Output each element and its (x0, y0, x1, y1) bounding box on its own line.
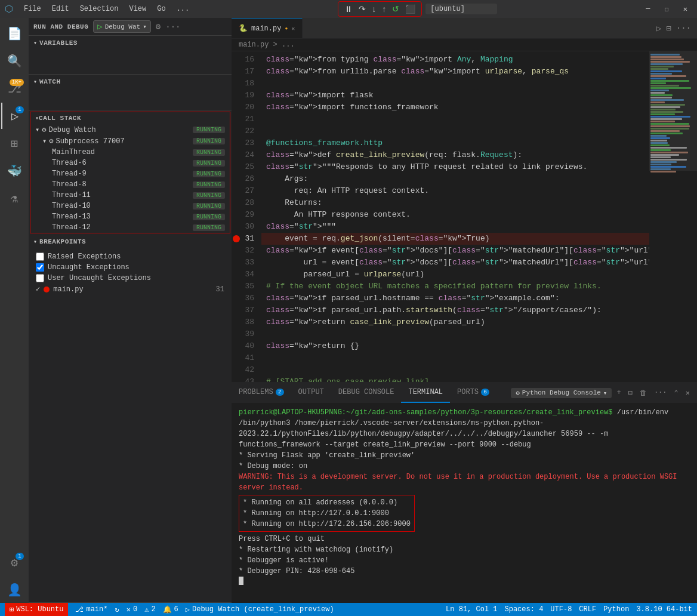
code-line[interactable]: class="kw">return case_link_preview(pars… (261, 316, 649, 328)
code-line[interactable]: @functions_framework.http (261, 137, 649, 149)
code-line[interactable] (261, 364, 649, 376)
call-stack-thread[interactable]: Thread-8RUNNING (30, 179, 230, 190)
call-stack-thread[interactable]: Thread-12RUNNING (30, 222, 230, 233)
status-python-version[interactable]: 3.8.10 64-bit (636, 605, 692, 614)
debug-stepinto-button[interactable]: ↓ (369, 3, 378, 15)
code-line[interactable]: url = event[class="str">"docs"][class="s… (261, 257, 649, 269)
variables-header[interactable]: ▾ VARIABLES (29, 36, 232, 50)
status-language[interactable]: Python (603, 605, 629, 614)
code-line[interactable]: req: An HTTP request context. (261, 185, 649, 197)
call-stack-thread[interactable]: MainThreadRUNNING (30, 147, 230, 158)
close-button[interactable]: ✕ (679, 4, 692, 15)
call-stack-thread[interactable]: Thread-11RUNNING (30, 190, 230, 201)
call-stack-subgroup-header[interactable]: ▾ ⚙ Subprocess 77007 RUNNING (30, 135, 230, 147)
code-line[interactable]: event = req.get_json(silent=class="kw">T… (261, 233, 649, 245)
code-line[interactable]: class="kw">return {} (261, 340, 649, 352)
activity-account[interactable]: 👤 (1, 577, 27, 603)
maximize-button[interactable]: ☐ (660, 4, 674, 15)
debug-settings-icon[interactable]: ⚙ (156, 21, 161, 32)
debug-stop-button[interactable]: ⬛ (403, 3, 418, 15)
code-line[interactable]: class="kw">if parsed_url.path.startswith… (261, 304, 649, 316)
breakpoint-item[interactable]: Raised Exceptions (29, 251, 232, 262)
call-stack-header[interactable]: ▾ CALL STACK (30, 112, 230, 124)
panel-tab-output[interactable]: OUTPUT (291, 383, 331, 403)
activity-debug[interactable]: ▷ 1 (1, 103, 27, 129)
code-editor[interactable]: 1617181920212223242526272829303132333435… (232, 51, 697, 382)
tab-close-button[interactable]: ✕ (291, 25, 295, 32)
debug-session-label[interactable]: [ubuntu] (425, 4, 497, 14)
code-line[interactable]: class="kw">if parsed_url.hostname == cla… (261, 292, 649, 304)
code-line[interactable] (261, 113, 649, 125)
breakpoint-checkbox[interactable] (36, 274, 44, 282)
code-line[interactable]: # If the event object URL matches a spec… (261, 281, 649, 292)
activity-explorer[interactable]: 📄 (1, 20, 27, 47)
more-actions-button[interactable]: ··· (675, 22, 692, 34)
code-line[interactable]: class="kw">from urllib.parse class="kw">… (261, 66, 649, 78)
panel-tab-terminal[interactable]: TERMINAL (401, 383, 450, 403)
breakpoint-item[interactable]: ✓main.py31 (29, 284, 232, 295)
watch-header[interactable]: ▾ WATCH (29, 75, 232, 89)
call-stack-thread[interactable]: Thread-10RUNNING (30, 201, 230, 211)
activity-docker[interactable]: 🐳 (1, 158, 27, 184)
terminal-trash-button[interactable]: 🗑 (637, 387, 649, 399)
split-editor-button[interactable]: ⊟ (665, 22, 672, 35)
call-stack-group-header[interactable]: ▾ ⚙ Debug Watch RUNNING (30, 124, 230, 135)
menu-edit[interactable]: Edit (47, 4, 74, 14)
code-content[interactable]: class="kw">from typing class="kw">import… (261, 51, 649, 382)
status-cursor-position[interactable]: Ln 81, Col 1 (446, 605, 497, 614)
status-notifications[interactable]: 🔔 6 (163, 605, 178, 614)
menu-view[interactable]: View (124, 4, 151, 14)
terminal-layout-button[interactable]: ⊟ (626, 387, 635, 399)
add-terminal-button[interactable]: + (614, 387, 623, 398)
menu-file[interactable]: File (19, 4, 46, 14)
breakpoints-header[interactable]: ▾ BREAKPOINTS (29, 235, 232, 249)
panel-tab-debug-console[interactable]: DEBUG CONSOLE (331, 383, 402, 403)
debug-config-selector[interactable]: ▷ Debug Wat ▾ (93, 20, 150, 33)
breakpoint-item[interactable]: User Uncaught Exceptions (29, 273, 232, 284)
code-line[interactable]: class="kw">import functions_framework (261, 101, 649, 113)
status-errors[interactable]: ✕ 0 (127, 605, 137, 614)
code-line[interactable]: Args: (261, 173, 649, 185)
activity-search[interactable]: 🔍 (1, 48, 27, 74)
menu-more[interactable]: ... (172, 4, 195, 14)
code-line[interactable] (261, 78, 649, 90)
menu-selection[interactable]: Selection (75, 4, 124, 14)
status-sync[interactable]: ↻ (115, 605, 119, 614)
call-stack-thread[interactable]: Thread-13RUNNING (30, 211, 230, 222)
activity-extensions[interactable]: ⊞ (1, 130, 27, 156)
code-line[interactable]: class="kw">from typing class="kw">import… (261, 54, 649, 66)
code-line[interactable]: class="str">"""Responds to any HTTP requ… (261, 161, 649, 173)
debug-stepout-button[interactable]: ↑ (380, 3, 388, 15)
status-indentation[interactable]: Spaces: 4 (505, 605, 544, 614)
panel-tab-problems[interactable]: PROBLEMS 2 (232, 383, 291, 403)
status-remote[interactable]: ⊞ WSL: Ubuntu (5, 603, 68, 616)
breakpoint-checkbox[interactable] (36, 263, 44, 272)
call-stack-thread[interactable]: Thread-9RUNNING (30, 168, 230, 179)
tab-main-py[interactable]: 🐍 main.py ● ✕ (232, 18, 303, 38)
terminal-more-button[interactable]: ··· (652, 387, 670, 398)
code-line[interactable]: # [START add_ons_case_preview_link] (261, 376, 649, 382)
panel-maximize-button[interactable]: ⌃ (672, 387, 681, 399)
breakpoint-checkbox[interactable] (36, 252, 44, 261)
debug-pause-button[interactable]: ⏸ (342, 3, 355, 15)
code-line[interactable]: An HTTP response context. (261, 209, 649, 221)
status-warnings[interactable]: ⚠ 2 (144, 605, 155, 614)
activity-settings[interactable]: ⚙ 1 (1, 549, 27, 575)
call-stack-thread[interactable]: Thread-6RUNNING (30, 158, 230, 168)
status-encoding[interactable]: UTF-8 (550, 605, 572, 614)
activity-source-control[interactable]: ⎇ 1K+ (1, 75, 27, 101)
minimize-button[interactable]: ─ (641, 4, 655, 14)
code-line[interactable]: class="kw">import flask (261, 90, 649, 101)
status-eol[interactable]: CRLF (579, 605, 596, 614)
code-line[interactable]: parsed_url = urlparse(url) (261, 269, 649, 281)
debug-more-icon[interactable]: ··· (165, 22, 180, 32)
debug-stepover-button[interactable]: ↷ (356, 3, 368, 15)
status-debug-session[interactable]: ▷ Debug Watch (create_link_preview) (186, 605, 334, 614)
code-line[interactable] (261, 352, 649, 364)
code-line[interactable]: class="kw">def create_link_preview(req: … (261, 149, 649, 161)
panel-close-button[interactable]: ✕ (683, 387, 692, 399)
activity-test[interactable]: ⚗ (1, 185, 27, 211)
status-git-branch[interactable]: ⎇ main* (75, 605, 107, 614)
code-line[interactable]: Returns: (261, 197, 649, 209)
debug-restart-button[interactable]: ↺ (390, 3, 402, 15)
